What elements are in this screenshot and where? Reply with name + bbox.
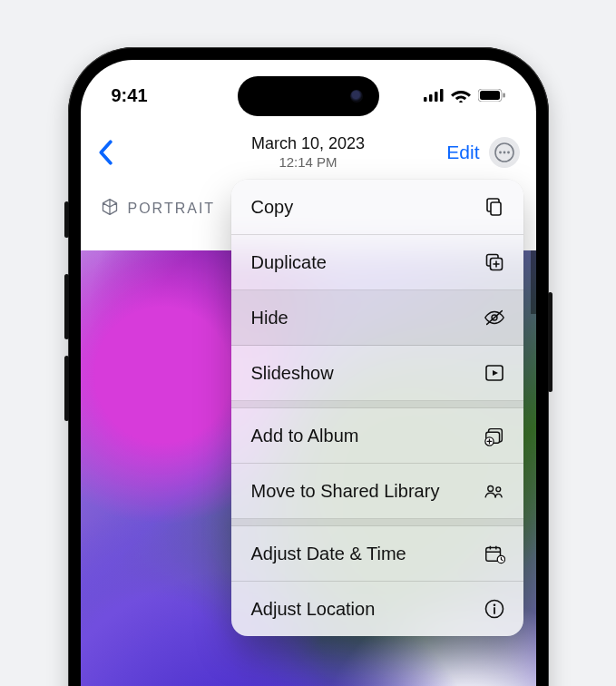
cellular-icon (424, 89, 444, 102)
add-to-album-icon (482, 425, 505, 446)
photo-date: March 10, 2023 (251, 134, 365, 154)
menu-adjust-date-time[interactable]: Adjust Date & Time (231, 526, 523, 582)
menu-item-label: Add to Album (251, 426, 359, 446)
menu-separator (231, 519, 523, 526)
svg-rect-1 (429, 94, 433, 102)
cube-icon (101, 198, 119, 220)
menu-item-label: Adjust Date & Time (251, 544, 406, 564)
menu-item-label: Adjust Location (251, 599, 376, 620)
menu-copy[interactable]: Copy (231, 180, 523, 235)
menu-move-to-shared-library[interactable]: Move to Shared Library (231, 464, 523, 519)
svg-rect-0 (424, 97, 427, 102)
menu-adjust-location[interactable]: Adjust Location (231, 582, 523, 636)
nav-bar: March 10, 2023 12:14 PM Edit (81, 125, 536, 180)
nav-title: March 10, 2023 12:14 PM (251, 134, 365, 171)
screen: 9:41 March 10, 2023 12:14 PM (81, 60, 536, 686)
menu-item-label: Duplicate (251, 252, 327, 273)
menu-item-label: Copy (251, 197, 294, 218)
menu-duplicate[interactable]: Duplicate (231, 235, 523, 290)
svg-rect-2 (435, 92, 438, 102)
svg-point-9 (503, 152, 505, 154)
portrait-label: PORTRAIT (128, 201, 216, 217)
hide-icon (482, 307, 505, 328)
copy-icon (482, 196, 505, 218)
actions-menu: Copy Duplicate Hide Slideshow (231, 180, 523, 636)
duplicate-icon (482, 251, 505, 273)
svg-rect-11 (491, 202, 501, 215)
svg-point-10 (507, 152, 510, 154)
svg-point-22 (493, 604, 495, 607)
menu-item-label: Hide (251, 308, 288, 328)
svg-rect-6 (503, 93, 504, 98)
back-button[interactable] (97, 140, 113, 165)
menu-item-label: Move to Shared Library (251, 481, 440, 502)
menu-slideshow[interactable]: Slideshow (231, 346, 523, 401)
iphone-frame: 9:41 March 10, 2023 12:14 PM (68, 47, 549, 686)
svg-point-8 (499, 152, 502, 154)
slideshow-icon (482, 362, 505, 384)
more-button[interactable] (489, 137, 520, 168)
edit-button[interactable]: Edit (446, 142, 479, 163)
shared-library-icon (482, 480, 505, 502)
wifi-icon (451, 88, 471, 103)
photo-time: 12:14 PM (251, 154, 365, 171)
svg-rect-3 (440, 89, 444, 102)
menu-hide[interactable]: Hide (231, 290, 523, 346)
battery-icon (478, 89, 505, 102)
menu-add-to-album[interactable]: Add to Album (231, 408, 523, 464)
svg-point-17 (487, 486, 493, 492)
dynamic-island (238, 76, 379, 116)
status-time: 9:41 (112, 85, 148, 106)
menu-item-label: Slideshow (251, 363, 334, 384)
calendar-icon (482, 543, 505, 564)
menu-separator (231, 401, 523, 408)
svg-point-18 (495, 487, 500, 492)
svg-rect-5 (480, 91, 500, 100)
info-icon (482, 598, 505, 620)
